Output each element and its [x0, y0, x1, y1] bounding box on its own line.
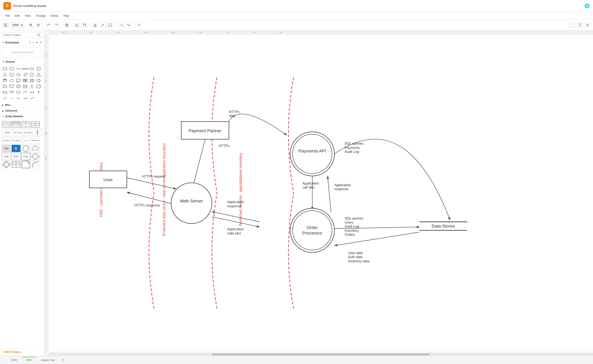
er-unique2[interactable]: PK unique — [23, 129, 33, 136]
er-table2-shape[interactable] — [11, 121, 21, 128]
er-curve[interactable] — [31, 161, 40, 168]
shape-step[interactable] — [2, 84, 8, 89]
er-unique4[interactable]: PK unique — [11, 137, 21, 144]
shape-heading-label[interactable]: Heading — [22, 66, 28, 72]
shape-circle[interactable] — [2, 72, 8, 77]
canvas-content[interactable]: DMZ - user/web server boundary Protected… — [48, 35, 593, 351]
er-diamond[interactable] — [31, 153, 40, 160]
er-title[interactable]: Title — [2, 145, 11, 152]
scratchpad-drop-area[interactable]: Drag elements here — [2, 47, 42, 57]
scrollbar-thumb[interactable] — [212, 354, 430, 355]
zoom-out-btn[interactable] — [35, 22, 42, 28]
shape-line[interactable] — [2, 96, 8, 101]
shape-process[interactable] — [29, 78, 35, 83]
er-blue-table[interactable]: ▊ — [11, 145, 21, 152]
er-key-table[interactable] — [11, 161, 21, 168]
shape-person[interactable] — [29, 84, 35, 89]
shape-style-btn[interactable] — [107, 22, 114, 28]
er-entity3[interactable]: Entity — [21, 153, 30, 160]
er-key-vertical[interactable] — [33, 129, 42, 136]
more-shapes-btn[interactable]: + More Shapes... — [0, 348, 44, 356]
zoom-select[interactable]: 50%75%100%120%150%200% — [10, 23, 24, 28]
shape-message[interactable] — [22, 84, 28, 89]
er-circle-small[interactable] — [21, 145, 30, 152]
close-panel-btn[interactable] — [584, 22, 591, 28]
er-table4-shape[interactable] — [31, 121, 40, 128]
er-table3-shape[interactable] — [21, 121, 30, 128]
er-cloud-small[interactable] — [31, 145, 40, 152]
zoom-in-btn[interactable] — [27, 22, 34, 28]
tab-dfd[interactable]: DFD — [7, 357, 21, 363]
shape-ellipse[interactable] — [29, 66, 35, 72]
scratchpad-clear-icon[interactable]: ✕ — [40, 41, 42, 44]
shape-rounded-rect[interactable] — [8, 66, 15, 72]
advanced-section-header[interactable]: ▶ Advanced — [0, 108, 44, 114]
scratchpad-help-icon[interactable]: ? — [29, 41, 31, 44]
sidebar-toggle-btn[interactable] — [2, 22, 9, 28]
shape-curved-arrow[interactable] — [22, 90, 28, 95]
er-entity[interactable]: Entity — [2, 153, 11, 160]
er-unique1[interactable]: PK unique — [13, 129, 23, 136]
er-diamond2[interactable] — [2, 161, 11, 168]
general-section-header[interactable]: ▼ General — [0, 59, 44, 65]
er-unique3[interactable]: PK unique — [2, 137, 11, 144]
shape-parallelogram[interactable] — [22, 72, 28, 77]
shape-arrow-right[interactable] — [35, 78, 42, 83]
shape-cloud[interactable] — [8, 78, 15, 83]
entity-relation-section-header[interactable]: ▼ Entity Relation — [0, 114, 44, 119]
shape-note[interactable] — [35, 84, 42, 89]
shape-cylinder[interactable] — [2, 78, 8, 83]
panel-toggle-btn[interactable] — [577, 22, 583, 28]
shape-rounded[interactable] — [15, 90, 21, 95]
horizontal-scrollbar[interactable] — [48, 353, 593, 356]
menu-view[interactable]: View — [23, 13, 33, 18]
er-row-shape[interactable]: Row — [2, 129, 13, 136]
shape-dashed-line[interactable] — [8, 96, 15, 101]
payments-api-inner[interactable] — [292, 134, 332, 174]
shape-cross[interactable] — [15, 84, 21, 89]
shape-arrow-up[interactable] — [35, 90, 42, 95]
er-table-shape[interactable] — [2, 121, 11, 128]
tab-attack-tree[interactable]: Attack Tree — [37, 357, 59, 363]
redo-btn[interactable] — [53, 22, 60, 28]
shape-diamond[interactable] — [15, 72, 21, 77]
paste-btn[interactable] — [81, 22, 88, 28]
line-color-btn[interactable] — [99, 22, 106, 28]
shape-text-label[interactable]: Text — [15, 66, 21, 72]
shape-tape[interactable] — [2, 90, 8, 95]
search-shapes-input[interactable] — [4, 33, 36, 37]
undo-btn[interactable] — [45, 22, 52, 28]
add-tab-button[interactable]: + — [60, 357, 66, 363]
scratchpad-add-icon[interactable]: + — [32, 41, 34, 44]
connection-style-btn[interactable] — [117, 22, 124, 28]
copy-btn[interactable] — [74, 22, 81, 28]
menu-file[interactable]: File — [3, 13, 12, 18]
shape-half-circle[interactable] — [8, 90, 15, 95]
delete-btn[interactable] — [63, 22, 70, 28]
shape-rect[interactable] — [2, 66, 8, 72]
shape-line-v[interactable] — [29, 96, 35, 101]
shape-rounded-square[interactable] — [8, 72, 15, 77]
menu-help[interactable]: Help — [61, 13, 71, 18]
waypoint-btn[interactable] — [125, 22, 132, 28]
insert-btn[interactable]: + — [135, 22, 143, 28]
er-entity2[interactable]: Entity — [11, 153, 21, 160]
er-note[interactable] — [21, 161, 30, 168]
shape-hexagon[interactable] — [29, 72, 35, 77]
shape-square[interactable] — [35, 66, 42, 72]
shape-document[interactable] — [8, 84, 15, 89]
diagram-svg[interactable]: DMZ - user/web server boundary Protected… — [48, 35, 593, 351]
menu-arrange[interactable]: Arrange — [34, 13, 47, 18]
er-line-h[interactable] — [31, 137, 40, 144]
tab-pfd[interactable]: PFD — [22, 357, 36, 363]
shape-triangle[interactable] — [35, 72, 42, 77]
menu-extras[interactable]: Extras — [48, 13, 61, 18]
canvas-area[interactable]: 100 200 300 400 500 600 700 800 900 100 … — [44, 30, 593, 356]
shape-double-arrow[interactable] — [29, 90, 35, 95]
menu-edit[interactable]: Edit — [13, 13, 22, 18]
scratchpad-edit-icon[interactable]: ✏ — [36, 41, 38, 44]
shape-line-diag[interactable] — [15, 96, 21, 101]
shape-table[interactable] — [22, 78, 28, 83]
er-item-plain[interactable]: unique — [21, 137, 30, 144]
shape-arrow-single[interactable] — [22, 96, 28, 101]
